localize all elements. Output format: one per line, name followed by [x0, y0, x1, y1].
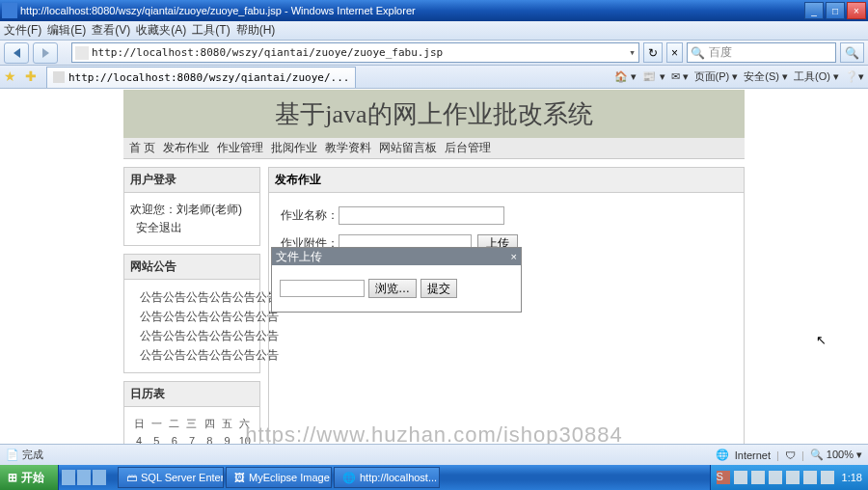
menu-file[interactable]: 文件(F) [4, 22, 41, 39]
favorites-star-icon[interactable]: ★ [4, 68, 21, 86]
zone-text: Internet [735, 449, 771, 461]
nav-publish[interactable]: 发布作业 [163, 140, 209, 156]
protected-mode-icon: 🛡 [785, 449, 796, 461]
task-button[interactable]: 🖼MyEclipse Image ... [226, 467, 332, 488]
login-panel-title: 用户登录 [124, 168, 259, 193]
file-upload-dialog: 文件上传 × 浏览… 提交 [271, 247, 522, 313]
cal-dow: 五 [218, 415, 235, 433]
announce-panel-title: 网站公告 [124, 255, 259, 280]
task-button[interactable]: 🌐http://localhost... [334, 467, 440, 488]
welcome-text: 欢迎您：刘老师(老师) [130, 203, 242, 216]
tab-page-icon [53, 71, 65, 83]
favorites-add-icon[interactable]: ✚ [25, 68, 42, 86]
address-dropdown-icon[interactable]: ▾ [629, 46, 636, 59]
cal-dow: 四 [201, 415, 218, 433]
browser-viewport: 基于java的网上作业批改系统 首 页 发布作业 作业管理 批阅作业 教学资料 … [0, 89, 868, 469]
announce-item[interactable]: 公告公告公告公告公告公告 [140, 345, 254, 365]
submit-button[interactable]: 提交 [420, 279, 457, 298]
forward-button[interactable] [33, 42, 58, 64]
nav-review[interactable]: 批阅作业 [271, 140, 317, 156]
search-go-button[interactable]: 🔍 [840, 42, 864, 63]
tray-icon[interactable] [803, 471, 817, 484]
refresh-icon: ↻ [648, 46, 658, 60]
zoom-level[interactable]: 🔍 100% ▾ [810, 449, 862, 461]
calendar-panel-title: 日历表 [124, 382, 259, 407]
nav-material[interactable]: 教学资料 [325, 140, 371, 156]
home-button[interactable]: 🏠 ▾ [614, 69, 637, 84]
quicklaunch-icon[interactable] [62, 470, 75, 485]
file-path-input[interactable] [280, 280, 365, 297]
menu-edit[interactable]: 编辑(E) [47, 22, 86, 39]
stop-button[interactable]: × [666, 42, 683, 63]
nav-manage[interactable]: 作业管理 [217, 140, 263, 156]
title-bar: http://localhost:8080/wszy/qiantai/zuoye… [0, 0, 868, 21]
tab-title: http://localhost:8080/wszy/qiantai/zuoye… [68, 71, 349, 84]
tools-menu[interactable]: 工具(O) ▾ [794, 69, 839, 84]
menu-favorites[interactable]: 收藏夹(A) [136, 22, 186, 39]
announce-item[interactable]: 公告公告公告公告公告公告 [140, 287, 254, 307]
windows-logo-icon: ⊞ [8, 471, 17, 484]
quicklaunch-icon[interactable] [93, 470, 106, 485]
task-button[interactable]: 🗃SQL Server Enter... [118, 467, 224, 488]
browser-tab[interactable]: http://localhost:8080/wszy/qiantai/zuoye… [46, 67, 356, 88]
back-button[interactable] [4, 42, 29, 64]
announce-panel: 网站公告 公告公告公告公告公告公告 公告公告公告公告公告公告 公告公告公告公告公… [123, 254, 260, 373]
dialog-close-icon[interactable]: × [511, 251, 517, 262]
mail-button[interactable]: ✉ ▾ [671, 69, 689, 84]
tray-icon[interactable]: S [717, 471, 730, 484]
page-menu[interactable]: 页面(P) ▾ [694, 69, 739, 84]
nav-admin[interactable]: 后台管理 [445, 140, 491, 156]
nav-home[interactable]: 首 页 [129, 140, 155, 156]
logout-link[interactable]: 安全退出 [136, 221, 182, 234]
site-banner: 基于java的网上作业批改系统 [123, 90, 745, 138]
site-nav: 首 页 发布作业 作业管理 批阅作业 教学资料 网站留言板 后台管理 [123, 138, 745, 159]
menu-help[interactable]: 帮助(H) [236, 22, 276, 39]
feed-button[interactable]: 📰 ▾ [642, 69, 665, 84]
app-icon: 🖼 [234, 472, 245, 483]
search-icon: 🔍 [691, 46, 705, 60]
status-bar: 📄 完成 🌐 Internet | 🛡 | 🔍 100% ▾ [0, 444, 868, 465]
start-button[interactable]: ⊞ 开始 [0, 465, 59, 490]
help-button[interactable]: ❔▾ [845, 69, 864, 84]
cal-dow: 日 [130, 415, 148, 433]
quicklaunch-icon[interactable] [77, 470, 91, 485]
ie-icon [2, 3, 17, 18]
dialog-title: 文件上传 [276, 249, 322, 265]
cal-dow: 二 [166, 415, 183, 433]
arrow-left-icon [14, 48, 20, 58]
stop-icon: × [671, 46, 678, 60]
done-icon: 📄 [6, 449, 19, 461]
refresh-button[interactable]: ↻ [643, 42, 663, 63]
tray-icon[interactable] [821, 471, 834, 484]
login-panel: 用户登录 欢迎您：刘老师(老师) 安全退出 [123, 167, 260, 246]
taskbar: ⊞ 开始 🗃SQL Server Enter... 🖼MyEclipse Ima… [0, 465, 868, 490]
tray-icon[interactable] [786, 471, 800, 484]
window-title: http://localhost:8080/wszy/qiantai/zuoye… [20, 5, 804, 16]
ie-icon: 🌐 [342, 472, 356, 484]
search-box[interactable]: 🔍 百度 [687, 42, 836, 63]
address-bar[interactable]: http://localhost:8080/wszy/qiantai/zuoye… [71, 42, 639, 63]
safety-menu[interactable]: 安全(S) ▾ [744, 69, 788, 84]
search-placeholder: 百度 [709, 44, 732, 61]
browse-button[interactable]: 浏览… [368, 279, 417, 298]
publish-form-panel: 发布作业 作业名称： 作业附件： 上传 文 [268, 167, 745, 464]
maximize-button[interactable]: □ [826, 2, 845, 19]
status-done: 📄 完成 [6, 448, 43, 462]
announce-item[interactable]: 公告公告公告公告公告公告 [140, 326, 254, 345]
nav-guestbook[interactable]: 网站留言板 [379, 140, 437, 156]
cursor-icon: ↖ [816, 333, 827, 347]
arrow-right-icon [42, 48, 49, 58]
app-icon: 🗃 [126, 472, 137, 483]
cal-dow: 三 [183, 415, 201, 433]
name-input[interactable] [339, 206, 504, 225]
minimize-button[interactable]: _ [804, 2, 824, 19]
tray-icon[interactable] [751, 471, 765, 484]
tray-icon[interactable] [734, 471, 747, 484]
announce-item[interactable]: 公告公告公告公告公告公告 [140, 307, 254, 326]
tray-icon[interactable] [769, 471, 782, 484]
tab-bar: ★ ✚ http://localhost:8080/wszy/qiantai/z… [0, 66, 868, 89]
zone-icon: 🌐 [716, 449, 729, 461]
menu-tools[interactable]: 工具(T) [192, 22, 230, 39]
menu-view[interactable]: 查看(V) [92, 22, 130, 39]
close-button[interactable]: × [847, 2, 866, 19]
